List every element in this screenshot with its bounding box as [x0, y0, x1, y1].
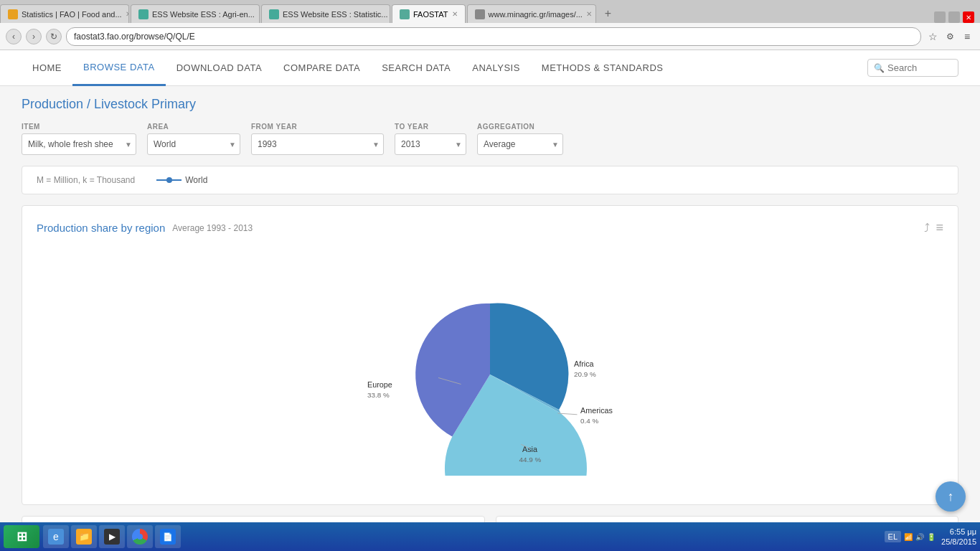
europe-percent: 33.8 %	[367, 391, 390, 399]
tab-faostat[interactable]: FAOSTAT ✕	[392, 4, 466, 23]
filter-area: AREA World	[147, 123, 240, 155]
from-year-input[interactable]	[251, 133, 384, 155]
taskbar-ie-icon: e	[48, 529, 64, 545]
tab-close-minagric[interactable]: ✕	[586, 10, 592, 18]
aggregation-select[interactable]: Average	[477, 133, 563, 155]
tab-minagric[interactable]: www.minagric.gr/images/... ✕	[467, 4, 596, 23]
nav-search-data[interactable]: SEARCH DATA	[371, 50, 461, 86]
from-year-label: FROM YEAR	[251, 123, 384, 131]
nav-analysis[interactable]: ANALYSIS	[461, 50, 531, 86]
new-tab-button[interactable]: +	[598, 4, 619, 23]
taskbar-indicators: EL 📶 🔊 🔋	[885, 531, 936, 542]
clock-time: 6:55 μμ	[941, 527, 976, 537]
chart-header: Production share by region Average 1993 …	[37, 220, 943, 235]
pie-chart-title: Production share by region	[37, 222, 165, 234]
legend-world: World	[156, 175, 207, 185]
taskbar-app-media[interactable]: ▶	[99, 525, 125, 548]
to-year-label: TO YEAR	[395, 123, 466, 131]
filter-to-year: TO YEAR 2013	[395, 123, 466, 155]
start-button[interactable]: ⊞	[4, 525, 39, 548]
back-button[interactable]: ‹	[6, 29, 22, 44]
nav-browse-data[interactable]: BROWSE DATA	[72, 50, 166, 86]
nav-download-data[interactable]: DOWNLOAD DATA	[166, 50, 273, 86]
window-close[interactable]: ✕	[963, 11, 974, 23]
taskbar-app-ie[interactable]: e	[43, 525, 69, 548]
tab-icon-statistics	[8, 9, 18, 19]
filter-bar: ITEM Milk, whole fresh shee AREA World F…	[22, 123, 958, 155]
tab-ess1[interactable]: ESS Website ESS : Agri-en... ✕	[131, 4, 260, 23]
taskbar-app-files[interactable]: 📁	[71, 525, 97, 548]
africa-label: Africa	[574, 359, 594, 368]
forward-button[interactable]: ›	[26, 29, 42, 44]
to-year-select[interactable]: 2013	[395, 133, 466, 155]
tab-icon-minagric	[475, 9, 485, 19]
area-select[interactable]: World	[147, 133, 240, 155]
pie-chart-subtitle: Average 1993 - 2013	[172, 223, 253, 233]
taskbar-app-chrome[interactable]	[127, 525, 153, 548]
scroll-to-top-button[interactable]: ↑	[936, 481, 966, 512]
taskbar-right: EL 📶 🔊 🔋 6:55 μμ 25/8/2015	[885, 527, 976, 547]
tab-label-faostat: FAOSTAT	[413, 10, 448, 19]
window-minimize[interactable]	[934, 11, 946, 23]
nav-home[interactable]: HOME	[22, 50, 72, 86]
africa-percent: 20.9 %	[574, 370, 596, 378]
legend-box: M = Million, k = Thousand World	[22, 166, 958, 194]
search-box[interactable]: 🔍	[867, 59, 958, 77]
tab-label-ess2: ESS Website ESS : Statistic...	[283, 10, 388, 19]
item-select[interactable]: Milk, whole fresh shee	[22, 133, 136, 155]
pie-chart-card: Production share by region Average 1993 …	[22, 205, 958, 505]
taskbar-app-docs[interactable]: 📄	[155, 525, 181, 548]
taskbar-media-icon: ▶	[104, 529, 120, 545]
legend-world-label: World	[185, 175, 207, 185]
tab-label-ess1: ESS Website ESS : Agri-en...	[152, 10, 255, 19]
taskbar: ⊞ e 📁 ▶ 📄 EL 📶 🔊 🔋 6:55 μμ 25/8/201	[0, 522, 980, 551]
tab-ess2[interactable]: ESS Website ESS : Statistic... ✕	[261, 4, 390, 23]
taskbar-files-icon: 📁	[76, 529, 92, 545]
url-text: faostat3.fao.org/browse/Q/QL/E	[74, 32, 195, 42]
tab-statistics[interactable]: Statistics | FAO | Food and... ✕	[0, 4, 129, 23]
legend-line	[156, 179, 182, 181]
asia-percent: 44.9 %	[519, 456, 542, 463]
main-nav: HOME BROWSE DATA DOWNLOAD DATA COMPARE D…	[0, 50, 980, 86]
tab-close-ess1[interactable]: ✕	[258, 10, 260, 18]
tab-icon-ess1	[138, 9, 149, 19]
reload-button[interactable]: ↻	[46, 29, 62, 44]
tab-close-faostat[interactable]: ✕	[452, 10, 458, 18]
search-input[interactable]	[887, 62, 952, 73]
nav-compare-data[interactable]: COMPARE DATA	[273, 50, 371, 86]
area-label: AREA	[147, 123, 240, 131]
tab-label-statistics: Statistics | FAO | Food and...	[22, 10, 122, 19]
start-icon: ⊞	[17, 529, 27, 545]
taskbar-chrome-icon	[132, 529, 148, 545]
chart-icons: ⤴ ≡	[924, 220, 943, 235]
filter-aggregation: AGGREGATION Average	[477, 123, 563, 155]
address-bar[interactable]: faostat3.fao.org/browse/Q/QL/E	[66, 27, 921, 46]
share-icon[interactable]: ⤴	[924, 222, 930, 235]
taskbar-time: 6:55 μμ 25/8/2015	[941, 527, 976, 547]
filter-item: ITEM Milk, whole fresh shee	[22, 123, 136, 155]
legend-dot	[166, 177, 172, 183]
tab-icon-ess2	[269, 9, 279, 19]
battery-icon: 🔋	[927, 533, 936, 541]
bookmark-icon[interactable]: ☆	[925, 29, 940, 44]
language-indicator: EL	[885, 531, 901, 542]
tab-close-statistics[interactable]: ✕	[126, 10, 129, 18]
filter-from-year: FROM YEAR	[251, 123, 384, 155]
nav-methods[interactable]: METHODS & STANDARDS	[531, 50, 674, 86]
search-icon: 🔍	[874, 63, 885, 73]
window-maximize[interactable]	[948, 11, 960, 23]
taskbar-apps: e 📁 ▶ 📄	[43, 525, 181, 548]
chart-title-group: Production share by region Average 1993 …	[37, 222, 253, 234]
pie-chart-svg: Africa 20.9 % Americas 0.4 % Asia 44.9 %…	[361, 260, 619, 476]
legend-note: M = Million, k = Thousand	[37, 175, 135, 185]
aggregation-label: AGGREGATION	[477, 123, 563, 131]
menu-icon[interactable]: ≡	[960, 29, 974, 44]
europe-label: Europe	[367, 380, 392, 389]
extensions-icon[interactable]: ⚙	[943, 29, 957, 44]
network-icon: 📶	[904, 533, 913, 541]
main-content: Production / Livestock Primary ITEM Milk…	[0, 86, 980, 537]
volume-icon: 🔊	[915, 533, 924, 541]
menu-icon[interactable]: ≡	[936, 220, 943, 235]
pie-chart-container: Africa 20.9 % Americas 0.4 % Asia 44.9 %…	[37, 246, 943, 490]
americas-label: Americas	[580, 406, 613, 415]
